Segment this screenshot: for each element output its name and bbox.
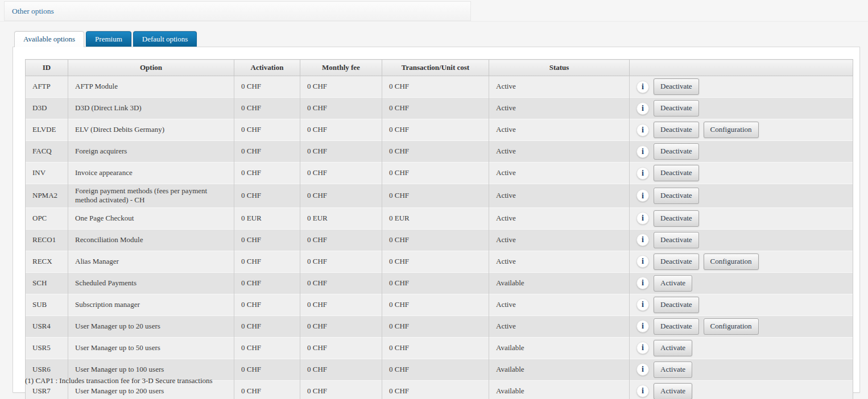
configuration-button[interactable]: Configuration (704, 122, 759, 138)
cell-activation: 0 CHF (234, 380, 300, 399)
column-header-id: ID (26, 60, 68, 76)
cell-actions: i Deactivate (630, 76, 853, 98)
cell-activation: 0 CHF (234, 359, 300, 380)
cell-transaction-cost: 0 CHF (382, 315, 489, 337)
cell-transaction-cost: 0 CHF (382, 294, 489, 315)
tab-default-options[interactable]: Default options (133, 31, 197, 47)
info-icon[interactable]: i (636, 363, 649, 376)
cell-transaction-cost: 0 CHF (382, 141, 489, 163)
deactivate-button[interactable]: Deactivate (654, 122, 699, 138)
cell-monthly-fee: 0 CHF (300, 337, 382, 359)
activate-button[interactable]: Activate (654, 383, 692, 399)
cell-actions: i DeactivateConfiguration (630, 315, 853, 337)
cell-option: Alias Manager (68, 251, 234, 272)
info-icon[interactable]: i (636, 277, 649, 289)
table-row: RECX Alias Manager 0 CHF 0 CHF 0 CHF Act… (26, 251, 853, 272)
cell-status: Active (489, 98, 630, 119)
deactivate-button[interactable]: Deactivate (654, 188, 699, 204)
info-icon[interactable]: i (636, 189, 649, 202)
info-icon[interactable]: i (636, 102, 649, 115)
activate-button[interactable]: Activate (654, 275, 692, 292)
cell-monthly-fee: 0 CHF (300, 163, 382, 184)
deactivate-button[interactable]: Deactivate (654, 165, 699, 181)
cell-status: Active (489, 141, 630, 163)
page-header: Other options (4, 1, 471, 21)
info-icon[interactable]: i (636, 124, 649, 136)
deactivate-button[interactable]: Deactivate (654, 143, 699, 160)
info-icon[interactable]: i (636, 298, 649, 311)
info-icon[interactable]: i (636, 167, 649, 180)
deactivate-button[interactable]: Deactivate (654, 297, 699, 313)
cell-monthly-fee: 0 CHF (300, 119, 382, 141)
activate-button[interactable]: Activate (654, 340, 692, 356)
cell-option: Foreign acquirers (68, 141, 234, 163)
cell-transaction-cost: 0 CHF (382, 184, 489, 208)
deactivate-button[interactable]: Deactivate (654, 78, 699, 95)
configuration-button[interactable]: Configuration (704, 318, 759, 335)
info-icon[interactable]: i (636, 320, 649, 332)
info-icon[interactable]: i (636, 234, 649, 246)
cell-option: One Page Checkout (68, 207, 234, 229)
cell-transaction-cost: 0 CHF (382, 359, 489, 380)
cell-monthly-fee: 0 CHF (300, 251, 382, 272)
info-icon[interactable]: i (636, 342, 649, 354)
cell-id: ELVDE (26, 119, 68, 141)
column-header-activation: Activation (234, 60, 300, 76)
table-header-row: ID Option Activation Monthly fee Transac… (26, 60, 853, 76)
cell-id: RECO1 (26, 229, 68, 251)
cell-actions: i Activate (630, 272, 853, 294)
cell-id: FACQ (26, 141, 68, 163)
cell-activation: 0 CHF (234, 119, 300, 141)
cell-actions: i Deactivate (630, 184, 853, 208)
cell-monthly-fee: 0 CHF (300, 98, 382, 119)
cell-monthly-fee: 0 CHF (300, 272, 382, 294)
table-body: AFTP AFTP Module 0 CHF 0 CHF 0 CHF Activ… (26, 76, 853, 399)
cell-status: Available (489, 359, 630, 380)
deactivate-button[interactable]: Deactivate (654, 100, 699, 117)
tab-bar: Available options Premium Default option… (14, 31, 197, 47)
column-header-actions (630, 60, 853, 76)
cell-monthly-fee: 0 CHF (300, 141, 382, 163)
table-row: SUB Subscription manager 0 CHF 0 CHF 0 C… (26, 294, 853, 315)
activate-button[interactable]: Activate (654, 361, 692, 378)
cell-option: D3D (Direct Link 3D) (68, 98, 234, 119)
tab-premium[interactable]: Premium (86, 31, 131, 47)
cell-monthly-fee: 0 CHF (300, 380, 382, 399)
cell-actions: i Deactivate (630, 163, 853, 184)
deactivate-button[interactable]: Deactivate (654, 232, 699, 248)
info-icon[interactable]: i (636, 385, 649, 397)
cell-id: OPC (26, 207, 68, 229)
cell-activation: 0 EUR (234, 207, 300, 229)
cell-actions: i Deactivate (630, 294, 853, 315)
tab-available-options[interactable]: Available options (14, 31, 84, 47)
info-icon[interactable]: i (636, 81, 649, 93)
cell-id: INV (26, 163, 68, 184)
cell-transaction-cost: 0 CHF (382, 229, 489, 251)
configuration-button[interactable]: Configuration (704, 253, 759, 270)
cell-option: AFTP Module (68, 76, 234, 98)
info-icon[interactable]: i (636, 212, 649, 225)
deactivate-button[interactable]: Deactivate (654, 253, 699, 270)
table-row: RECO1 Reconciliation Module 0 CHF 0 CHF … (26, 229, 853, 251)
cell-id: SUB (26, 294, 68, 315)
cell-transaction-cost: 0 CHF (382, 163, 489, 184)
cell-option: Subscription manager (68, 294, 234, 315)
cell-activation: 0 CHF (234, 315, 300, 337)
table-row: AFTP AFTP Module 0 CHF 0 CHF 0 CHF Activ… (26, 76, 853, 98)
cell-actions: i Deactivate (630, 141, 853, 163)
cell-monthly-fee: 0 CHF (300, 184, 382, 208)
deactivate-button[interactable]: Deactivate (654, 318, 699, 335)
table-footnote: (1) CAP1 : Includes transaction fee for … (25, 376, 213, 385)
cell-id: AFTP (26, 76, 68, 98)
cell-option: Invoice appearance (68, 163, 234, 184)
cell-option: User Manager up to 20 users (68, 315, 234, 337)
deactivate-button[interactable]: Deactivate (654, 210, 699, 227)
cell-status: Active (489, 119, 630, 141)
info-icon[interactable]: i (636, 146, 649, 158)
column-header-option: Option (68, 60, 234, 76)
info-icon[interactable]: i (636, 255, 649, 268)
cell-status: Available (489, 380, 630, 399)
cell-actions: i Activate (630, 337, 853, 359)
cell-transaction-cost: 0 CHF (382, 380, 489, 399)
cell-id: RECX (26, 251, 68, 272)
